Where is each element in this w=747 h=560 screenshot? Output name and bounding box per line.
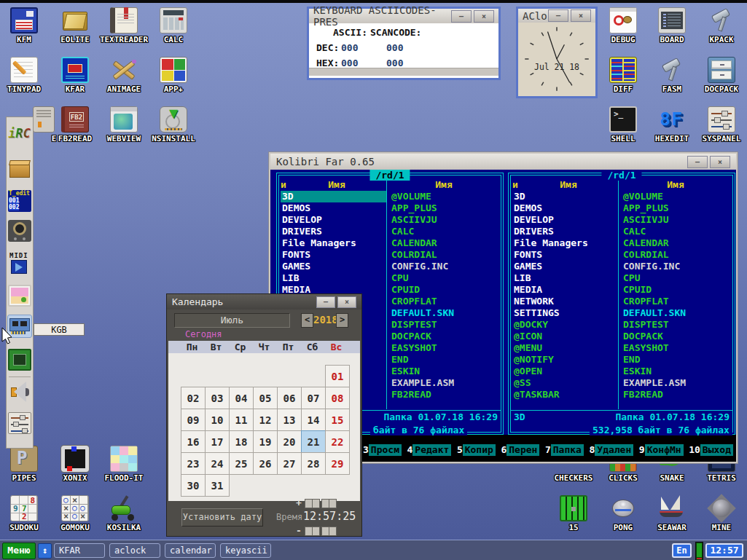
day-cell[interactable]: 25 bbox=[229, 452, 254, 475]
desktop-icon-fifteen[interactable]: 15 bbox=[547, 495, 601, 532]
file-row[interactable]: CALENDAR bbox=[622, 237, 731, 249]
file-row[interactable]: @OPEN bbox=[512, 366, 618, 377]
desktop-icon-textreader[interactable]: TEXTREADER bbox=[97, 7, 151, 44]
sidebar-item-audio[interactable] bbox=[8, 381, 31, 403]
sidebar-item-chip[interactable] bbox=[8, 349, 31, 371]
minimize-button[interactable]: – bbox=[451, 10, 472, 23]
file-row[interactable]: FONTS bbox=[281, 249, 386, 261]
day-cell[interactable]: 07 bbox=[301, 387, 326, 409]
file-row[interactable]: DEFAULT.SKN bbox=[622, 307, 731, 319]
file-row[interactable]: COLRDIAL bbox=[390, 249, 499, 261]
day-cell[interactable]: 06 bbox=[277, 387, 302, 409]
file-row[interactable]: SETTINGS bbox=[512, 307, 618, 319]
day-cell[interactable]: 04 bbox=[229, 387, 254, 409]
desktop-icon-mine[interactable]: MINE bbox=[695, 495, 747, 532]
day-cell[interactable]: 24 bbox=[205, 452, 230, 475]
sidebar-item-speaker[interactable] bbox=[8, 220, 31, 242]
day-cell[interactable]: 10 bbox=[205, 409, 230, 431]
file-row[interactable]: CROPFLAT bbox=[622, 296, 731, 307]
day-cell[interactable]: 02 bbox=[181, 387, 206, 409]
file-row[interactable]: GAMES bbox=[512, 261, 618, 272]
desktop-icon-animage[interactable]: ANIMAGE bbox=[97, 57, 151, 94]
taskbar-clock[interactable]: 12:57 bbox=[705, 543, 743, 558]
day-cell[interactable]: 16 bbox=[181, 430, 206, 453]
file-row[interactable]: CPUID bbox=[622, 284, 731, 296]
file-row[interactable]: FB2READ bbox=[390, 389, 499, 401]
task-button[interactable]: calendar bbox=[165, 543, 216, 558]
file-row[interactable]: MEDIA bbox=[512, 284, 618, 296]
file-row[interactable]: @MENU bbox=[512, 342, 618, 354]
file-row[interactable]: DRIVERS bbox=[281, 226, 386, 237]
month-selector[interactable]: Июль bbox=[174, 313, 290, 328]
file-row[interactable]: CONFIG.INC bbox=[390, 261, 499, 272]
day-cell[interactable]: 18 bbox=[229, 430, 254, 453]
file-row[interactable]: DEMOS bbox=[512, 202, 618, 214]
file-row[interactable]: DISPTEST bbox=[622, 319, 731, 331]
minimize-button[interactable]: – bbox=[316, 296, 335, 308]
task-button[interactable]: keyascii bbox=[220, 543, 271, 558]
file-row[interactable]: CPUID bbox=[390, 284, 499, 296]
close-button[interactable]: × bbox=[571, 9, 591, 22]
file-row[interactable]: APP_PLUS bbox=[622, 202, 731, 214]
day-cell[interactable]: 27 bbox=[277, 452, 302, 475]
file-row[interactable]: FB2READ bbox=[622, 389, 731, 401]
desktop-icon-nsinstall[interactable]: ▼ NSINSTALL bbox=[146, 106, 200, 143]
file-row[interactable]: APP_PLUS bbox=[390, 202, 499, 214]
day-cell[interactable]: 14 bbox=[301, 409, 326, 431]
day-cell[interactable]: 22 bbox=[325, 430, 350, 453]
close-button[interactable]: × bbox=[474, 10, 494, 23]
fn-key[interactable]: 5 Копир bbox=[457, 444, 496, 456]
file-row[interactable]: EXAMPLE.ASM bbox=[390, 377, 499, 389]
fn-key[interactable]: 10 Выход bbox=[689, 444, 733, 456]
file-row[interactable]: END bbox=[390, 354, 499, 366]
desktop-icon-syspanel[interactable]: SYSPANEL bbox=[695, 106, 747, 143]
sidebar-item-mixer[interactable] bbox=[8, 412, 31, 434]
sidebar-item-midi[interactable]: MIDI bbox=[8, 253, 31, 275]
file-row[interactable]: 3D bbox=[512, 191, 618, 202]
desktop-icon-diff[interactable]: DIFF bbox=[596, 57, 650, 94]
file-row[interactable]: DRIVERS bbox=[512, 226, 618, 237]
desktop-icon-hexedit[interactable]: 8F HEXEDIT bbox=[645, 106, 699, 143]
file-row[interactable]: DOCPACK bbox=[622, 331, 731, 342]
file-row[interactable]: CROPFLAT bbox=[390, 296, 499, 307]
sidebar-item-image-viewer[interactable] bbox=[8, 285, 31, 307]
desktop-icon-sudoku[interactable]: 8 9 7 2 SUDOKU bbox=[0, 495, 51, 532]
keyboard-layout-button[interactable]: En bbox=[672, 543, 692, 558]
file-row[interactable]: DEMOS bbox=[281, 202, 386, 214]
day-cell[interactable]: 05 bbox=[253, 387, 278, 409]
file-row[interactable]: LIB bbox=[512, 272, 618, 284]
file-row[interactable]: File Managers bbox=[281, 237, 386, 249]
day-cell[interactable]: 28 bbox=[301, 452, 326, 475]
day-cell[interactable]: 09 bbox=[181, 409, 206, 431]
fn-key[interactable]: 8 Удален bbox=[589, 444, 633, 456]
day-cell[interactable]: 23 bbox=[181, 452, 206, 475]
minimize-button[interactable]: – bbox=[548, 9, 568, 22]
today-link[interactable]: Сегодня bbox=[185, 329, 222, 339]
file-row[interactable]: DISPTEST bbox=[390, 319, 499, 331]
sidebar-item-tedit[interactable]: T_edit 001 002 bbox=[8, 190, 31, 212]
day-cell[interactable]: 15 bbox=[325, 409, 350, 431]
file-row[interactable]: CPU bbox=[622, 272, 731, 284]
desktop-icon-board[interactable]: BOARD bbox=[645, 7, 699, 44]
file-row[interactable]: @TASKBAR bbox=[512, 389, 618, 401]
file-row[interactable]: @ICON bbox=[512, 331, 618, 342]
file-row[interactable]: CALENDAR bbox=[390, 237, 499, 249]
file-row[interactable]: COLRDIAL bbox=[622, 249, 731, 261]
day-cell[interactable]: 12 bbox=[253, 409, 278, 431]
file-row[interactable]: CALC bbox=[390, 226, 499, 237]
file-row[interactable]: @NOTIFY bbox=[512, 354, 618, 366]
day-cell[interactable]: 31 bbox=[205, 474, 230, 497]
task-button[interactable]: KFAR bbox=[54, 543, 105, 558]
day-cell[interactable]: 13 bbox=[277, 409, 302, 431]
desktop-icon-eolite[interactable]: EOLITE bbox=[48, 7, 102, 44]
file-row[interactable]: CONFIG.INC bbox=[622, 261, 731, 272]
file-row[interactable]: @VOLUME bbox=[622, 191, 731, 202]
task-button[interactable]: aclock bbox=[109, 543, 160, 558]
day-cell[interactable]: 29 bbox=[325, 452, 350, 475]
close-button[interactable]: × bbox=[337, 296, 356, 308]
desktop-icon-gomoku[interactable]: ○ × × ○ ○ × ○ × GOMOKU bbox=[48, 495, 102, 532]
keyascii-titlebar[interactable]: KEYBOARD ASCIICODES-PRES – × bbox=[309, 9, 498, 23]
close-button[interactable]: × bbox=[710, 156, 730, 168]
desktop-icon-kpack[interactable]: KPACK bbox=[695, 7, 747, 44]
file-row[interactable]: @SS bbox=[512, 377, 618, 389]
